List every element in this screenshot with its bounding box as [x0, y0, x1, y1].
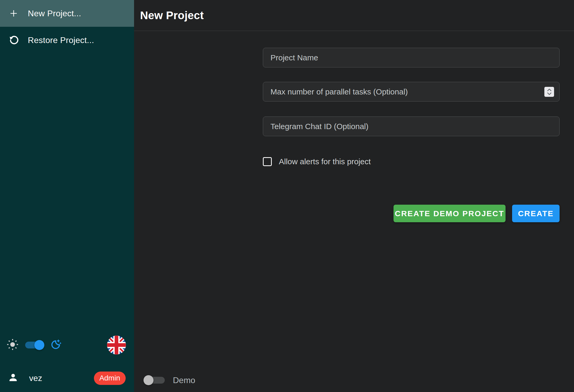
up-down-chevrons-icon	[546, 88, 552, 96]
demo-toggle[interactable]	[146, 375, 166, 385]
sidebar-item-new-project[interactable]: New Project...	[0, 0, 134, 27]
username: vez	[29, 373, 42, 383]
project-name-input[interactable]	[263, 48, 559, 67]
allow-alerts-row[interactable]: Allow alerts for this project	[263, 157, 560, 166]
admin-badge: Admin	[94, 372, 126, 385]
sidebar: New Project... Restore Project...	[0, 0, 134, 392]
telegram-chat-id-input[interactable]	[263, 117, 559, 136]
demo-toggle-label: Demo	[173, 375, 195, 385]
plus-icon	[8, 9, 19, 18]
main-panel: New Project Allow alerts for this projec…	[134, 0, 574, 392]
sun-icon	[7, 338, 19, 352]
page-header: New Project	[134, 0, 574, 31]
allow-alerts-checkbox[interactable]	[263, 157, 272, 166]
create-demo-project-button[interactable]: CREATE DEMO PROJECT	[394, 205, 506, 222]
moon-icon	[50, 338, 62, 352]
page-title: New Project	[140, 9, 204, 22]
number-stepper[interactable]	[544, 87, 554, 97]
uk-flag-icon[interactable]	[107, 336, 126, 354]
telegram-chat-id-field	[263, 116, 560, 136]
allow-alerts-label: Allow alerts for this project	[279, 157, 371, 166]
person-icon	[8, 372, 18, 384]
sidebar-nav: New Project... Restore Project...	[0, 0, 134, 54]
new-project-form: Allow alerts for this project CREATE DEM…	[134, 31, 574, 222]
sidebar-bottom: vez Admin	[0, 338, 134, 392]
sidebar-item-label: New Project...	[28, 9, 81, 18]
theme-toggle-thumb[interactable]	[34, 340, 44, 350]
sidebar-item-restore-project[interactable]: Restore Project...	[0, 27, 134, 54]
create-button[interactable]: CREATE	[512, 205, 560, 222]
max-parallel-tasks-input[interactable]	[263, 82, 559, 101]
demo-toggle-row: Demo	[146, 375, 195, 385]
sidebar-item-label: Restore Project...	[28, 35, 94, 45]
restore-icon	[8, 35, 19, 45]
max-parallel-tasks-field	[263, 82, 560, 102]
project-name-field	[263, 48, 560, 67]
demo-toggle-thumb[interactable]	[144, 375, 153, 385]
form-actions: CREATE DEMO PROJECT CREATE	[263, 205, 560, 222]
theme-toggle[interactable]	[24, 340, 44, 350]
user-row: vez Admin	[0, 371, 134, 385]
theme-toggle-row	[0, 338, 134, 352]
